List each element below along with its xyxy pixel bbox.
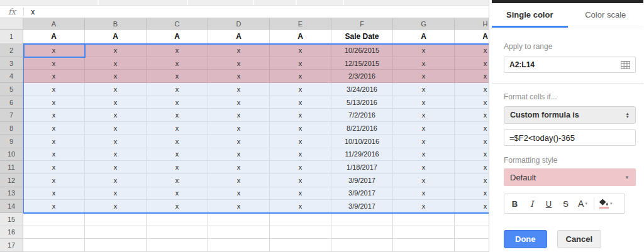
cell[interactable]: x [208,70,270,83]
cell[interactable]: x [85,135,147,148]
cell[interactable]: x [455,96,489,109]
row-header-10[interactable]: 10 [0,148,23,162]
cell[interactable]: x [455,44,489,57]
row-header-17[interactable]: 17 [0,239,23,252]
cell[interactable]: x [147,44,208,57]
cell[interactable]: x [85,122,147,135]
cell[interactable]: x [85,200,147,213]
cell[interactable] [85,226,147,239]
cell[interactable]: x [455,161,489,174]
cell[interactable]: x [270,161,331,174]
cell[interactable]: x [455,135,489,148]
column-header-h[interactable]: H [455,18,489,30]
cell[interactable] [147,226,208,239]
column-header-c[interactable]: C [147,18,208,30]
cell[interactable]: x [147,187,208,200]
cell[interactable]: x [270,83,331,96]
row-header-15[interactable]: 15 [0,213,23,226]
cell[interactable]: A [23,30,85,44]
cell[interactable]: x [85,57,147,70]
cell[interactable]: x [270,70,331,83]
text-color-button[interactable]: A ▾ [574,199,591,209]
cell[interactable]: x [393,122,455,135]
cell[interactable] [23,226,85,239]
cell[interactable] [393,226,455,239]
cell[interactable]: x [23,83,85,96]
cell[interactable] [23,213,85,226]
select-all-corner[interactable] [0,18,23,30]
cell[interactable]: x [270,187,331,200]
done-button[interactable]: Done [504,230,547,248]
cell[interactable]: x [85,83,147,96]
cell[interactable]: x [393,161,455,174]
column-header-e[interactable]: E [270,18,331,30]
cancel-button[interactable]: Cancel [557,230,602,248]
cell[interactable]: x [393,187,455,200]
cell[interactable]: x [85,44,147,57]
cell[interactable] [455,226,489,239]
cell[interactable]: x [208,161,270,174]
cell[interactable]: x [23,57,85,70]
formatting-style-dropdown[interactable]: Default ▼ [504,168,636,186]
cell[interactable]: x [270,122,331,135]
cell[interactable] [208,239,270,252]
cell[interactable]: x [147,174,208,187]
cell[interactable]: 10/10/2016 [331,135,393,148]
condition-dropdown[interactable]: Custom formula is ▲ ▼ [504,106,636,124]
cell[interactable] [331,213,393,226]
row-header-5[interactable]: 5 [0,83,23,96]
cell[interactable]: x [208,122,270,135]
cell[interactable]: x [147,135,208,148]
cell[interactable]: 3/9/2017 [331,200,393,213]
cell[interactable] [393,213,455,226]
cell[interactable]: x [270,44,331,57]
cell[interactable]: x [455,200,489,213]
cell[interactable] [455,239,489,252]
cell[interactable]: x [147,57,208,70]
cell[interactable]: x [208,174,270,187]
cell[interactable]: 11/29/2016 [331,148,393,162]
cell[interactable]: x [23,187,85,200]
row-header-12[interactable]: 12 [0,174,23,187]
cell[interactable] [331,226,393,239]
cell[interactable]: x [208,135,270,148]
cell[interactable]: x [208,187,270,200]
cell[interactable]: x [393,174,455,187]
cell[interactable]: x [393,200,455,213]
cell[interactable]: x [455,57,489,70]
cell[interactable]: x [393,44,455,57]
cell[interactable]: x [455,109,489,122]
custom-formula-input[interactable]: =$F2<today()-365 [504,129,636,146]
cell[interactable]: x [147,70,208,83]
cell[interactable]: x [393,83,455,96]
cell[interactable]: x [23,122,85,135]
cell[interactable]: x [393,148,455,162]
range-input[interactable]: A2:L14 [504,57,636,73]
cell[interactable]: x [23,70,85,83]
cell[interactable]: x [147,83,208,96]
cell[interactable]: 3/9/2017 [331,174,393,187]
cell[interactable]: x [147,96,208,109]
row-header-1[interactable]: 1 [0,30,23,44]
row-header-7[interactable]: 7 [0,109,23,122]
cell[interactable]: A [270,30,331,44]
cell[interactable]: x [208,83,270,96]
cell[interactable]: x [393,109,455,122]
cell[interactable]: x [270,96,331,109]
formula-bar-input[interactable]: x [31,8,35,16]
cell[interactable]: x [85,161,147,174]
cell[interactable] [147,239,208,252]
bold-button[interactable]: B [506,199,523,209]
cell[interactable]: x [85,174,147,187]
cell[interactable]: x [270,174,331,187]
cell[interactable]: x [147,200,208,213]
row-header-11[interactable]: 11 [0,161,23,174]
cell[interactable]: x [23,96,85,109]
cell[interactable] [85,239,147,252]
cell[interactable]: x [85,70,147,83]
cell[interactable]: A [393,30,455,44]
cell[interactable]: x [455,187,489,200]
strikethrough-button[interactable]: S [557,199,574,209]
column-header-a[interactable]: A [23,18,85,30]
cell[interactable] [270,213,331,226]
